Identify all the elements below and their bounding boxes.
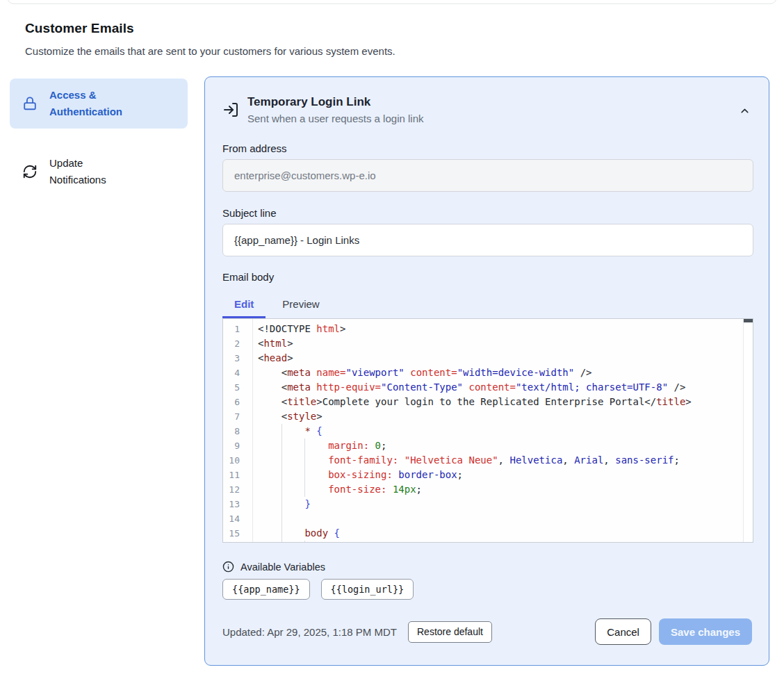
cancel-button[interactable]: Cancel [595,618,651,645]
lock-icon [22,96,38,111]
panel-footer: Updated: Apr 29, 2025, 1:18 PM MDT Resto… [222,618,752,645]
info-icon[interactable] [222,561,234,573]
sidebar-item-label: Update Notifications [49,155,134,188]
editor-gutter: 12345678910111213141516 [223,319,253,542]
subject-line-input[interactable] [222,224,753,256]
page-subtitle: Customize the emails that are sent to yo… [25,45,395,57]
subject-line-label: Subject line [222,207,752,219]
login-icon [222,101,239,118]
email-types-sidebar: Access & Authentication Update Notificat… [10,79,188,197]
sidebar-item-label: Access & Authentication [49,87,134,120]
email-body-tabs: Edit Preview [222,289,752,318]
available-variables-label: Available Variables [240,561,325,573]
panel-header: Temporary Login Link Sent when a user re… [222,95,752,124]
panel-title: Temporary Login Link [247,95,423,109]
code-editor[interactable]: 12345678910111213141516 <!DOCTYPE html><… [222,318,753,543]
tab-edit[interactable]: Edit [222,289,266,318]
save-changes-button[interactable]: Save changes [659,618,752,645]
editor-code[interactable]: <!DOCTYPE html><html><head> <meta name="… [253,319,743,542]
panel-header-text: Temporary Login Link Sent when a user re… [247,95,423,124]
editor-scrollbar[interactable] [743,319,753,542]
updated-timestamp: Updated: Apr 29, 2025, 1:18 PM MDT [222,626,397,638]
sidebar-item-access-authentication[interactable]: Access & Authentication [10,79,188,129]
editor-scrollbar-thumb[interactable] [744,319,753,322]
variable-chip-app-name[interactable]: {{app_name}} [222,579,310,600]
variable-chip-login-url[interactable]: {{login_url}} [321,579,414,600]
page-header: Customer Emails Customize the emails tha… [25,21,395,57]
available-variables-header: Available Variables [222,561,752,573]
restore-default-button[interactable]: Restore default [408,621,492,643]
from-address-input [222,159,753,192]
email-body-label: Email body [222,271,752,283]
refresh-icon [22,164,38,179]
sidebar-item-update-notifications[interactable]: Update Notifications [10,147,188,197]
variable-chips: {{app_name}} {{login_url}} [222,579,752,600]
from-address-label: From address [222,142,752,154]
temporary-login-link-panel: Temporary Login Link Sent when a user re… [204,76,769,666]
page-title: Customer Emails [25,21,395,36]
chevron-up-icon[interactable] [739,105,751,117]
previous-card-bottom-edge [7,0,777,4]
panel-subtitle: Sent when a user requests a login link [247,113,423,124]
tab-preview[interactable]: Preview [270,289,331,318]
